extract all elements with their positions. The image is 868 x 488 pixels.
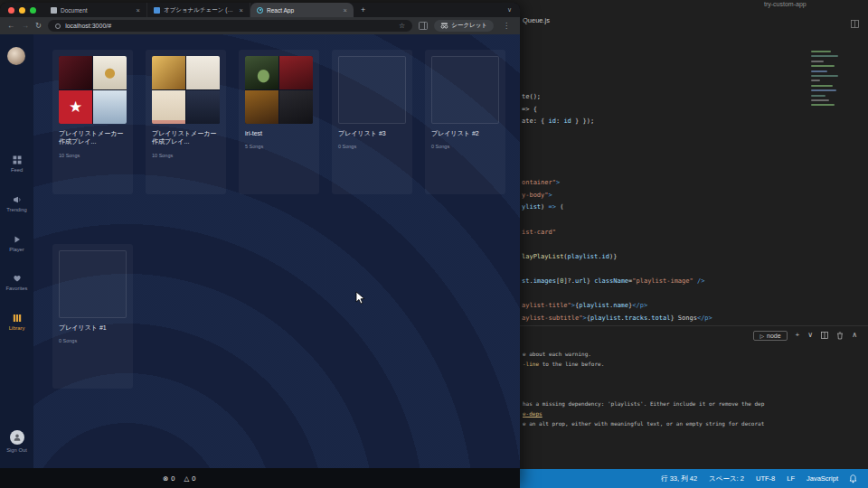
back-button[interactable]: ← [7,22,15,30]
heart-icon [13,274,22,283]
browser-tab-react-app[interactable]: React App × [250,3,354,17]
tab-search-chevron-icon[interactable]: ∨ [507,6,520,14]
status-item[interactable]: UTF-8 [756,474,775,483]
trending-icon [13,195,22,204]
output-line: has a missing dependency: 'playlists'. E… [523,399,859,408]
warnings-indicator[interactable]: △ 0 [184,474,195,483]
playlist-card[interactable]: プレイリスト #3 0 Songs [332,50,412,194]
output-line [523,389,859,399]
output-panel[interactable]: e about each warning.-line to the line b… [523,349,859,428]
close-tab-icon[interactable]: × [240,6,243,14]
minimize-window-button[interactable] [19,7,25,14]
album-art [93,56,127,89]
address-input[interactable]: localhost:3000/# ☆ [48,20,412,32]
album-art [245,56,278,89]
errors-count: 0 [171,474,175,483]
playlist-card[interactable]: プレイリストメーカー作成プレイ... 10 Songs [52,50,133,194]
code-line: ist-card" [522,227,807,239]
sidebar-item-sign-out[interactable]: Sign Out [0,430,33,453]
output-line [523,379,859,389]
code-line [522,153,807,165]
code-line [522,288,807,301]
site-info-icon[interactable] [55,23,61,29]
node-task-button[interactable]: ▷ node [753,331,787,341]
album-art [245,90,278,124]
output-line: -line to the line before. [523,359,859,369]
feed-icon [13,155,22,164]
playlist-title: プレイリスト #3 [338,129,406,137]
close-tab-icon[interactable]: × [137,6,140,14]
new-tab-button[interactable]: + [354,5,373,14]
profile-avatar[interactable] [7,47,25,65]
new-terminal-icon[interactable]: + [796,332,800,339]
desktop: try-custom-app Queue.js te();=> {ate: { … [0,0,868,488]
warnings-count: 0 [192,474,195,483]
status-item[interactable]: LF [787,474,795,483]
forward-button[interactable]: → [22,22,30,30]
node-task-label: node [767,333,781,339]
incognito-badge[interactable]: シークレット [434,20,494,32]
close-tab-icon[interactable]: × [344,6,347,14]
playlist-title: プレイリストメーカー作成プレイ... [59,129,127,146]
bookmark-star-icon[interactable]: ☆ [399,22,405,30]
document-favicon [51,7,57,14]
sidebar-item-favorites[interactable]: Favorites [0,274,33,291]
sign-out-icon [10,430,24,445]
playlist-card[interactable]: プレイリスト #1 0 Songs [52,244,133,389]
album-art [93,90,127,124]
errors-indicator[interactable]: ⊗ 0 [163,474,175,483]
code-line [522,128,807,141]
playlist-cover [338,56,406,124]
playlist-card[interactable]: iri-test 5 Songs [239,50,319,194]
minimap-line [811,85,833,87]
sidebar-item-player[interactable]: Player [0,235,33,252]
minimap[interactable] [811,51,844,109]
playlist-cover [59,250,127,318]
album-art [279,90,313,124]
status-item[interactable]: JavaScript [807,474,838,483]
browser-menu-icon[interactable]: ⋮ [500,23,513,30]
zoom-window-button[interactable] [30,7,36,14]
panel-collapse-icon[interactable]: ∧ [852,332,857,339]
browser-tab-document[interactable]: Document × [44,3,147,17]
window-controls [0,7,44,14]
browser-tab-optional-chaining[interactable]: オプショナルチェーン (?.) - Jav... × [147,3,250,17]
minimap-line [811,75,838,77]
tab-label: Document [61,7,133,14]
terminal-dropdown-icon[interactable]: ∨ [807,332,813,339]
code-line: aylist-subtitle">{playlist.tracks.total}… [522,313,807,325]
side-panel-icon[interactable] [419,22,428,30]
close-window-button[interactable] [8,7,14,14]
editor-tab-queue-js[interactable]: Queue.js [523,16,550,24]
playlist-card[interactable]: プレイリスト #2 0 Songs [425,50,505,194]
code-line: ylist) => ( [522,202,807,214]
code-editor[interactable]: te();=> {ate: { id: id } }); ontainer">y… [522,91,807,324]
sidebar-item-trending[interactable]: Trending [0,195,33,212]
reload-button[interactable]: ↻ [35,22,42,30]
eslint-rule-link[interactable]: e-deps [523,410,542,417]
minimap-line [811,99,829,101]
status-item[interactable]: 行 33, 列 42 [661,474,697,483]
album-art [152,90,185,124]
split-terminal-icon[interactable] [821,332,828,339]
playlist-cover [245,56,313,124]
sidebar-item-library[interactable]: Library [0,314,33,331]
output-line: e-deps [523,408,859,418]
code-line: aylist-title">{playlist.name}</p> [522,300,807,313]
notifications-bell-icon[interactable] [849,474,857,483]
kill-terminal-icon[interactable] [836,332,844,340]
browser-status-strip: ⊗ 0 △ 0 [0,468,520,488]
output-line: e an alt prop, either with meaningful te… [523,418,859,428]
playlist-card[interactable]: プレイリストメーカー作成プレイ... 10 Songs [146,50,226,194]
sidebar-item-feed[interactable]: Feed [0,155,33,173]
album-art [279,56,313,89]
output-line: e about each warning. [523,349,859,359]
split-editor-icon[interactable] [851,15,859,32]
playlist-songs-count: 10 Songs [59,153,127,158]
status-item[interactable]: スペース: 2 [709,474,744,483]
tab-label: オプショナルチェーン (?.) - Jav... [164,6,236,14]
playlist-songs-count: 0 Songs [431,144,499,149]
url-text: localhost:3000/# [65,23,111,29]
code-line [522,140,807,153]
minimap-line [811,55,838,57]
